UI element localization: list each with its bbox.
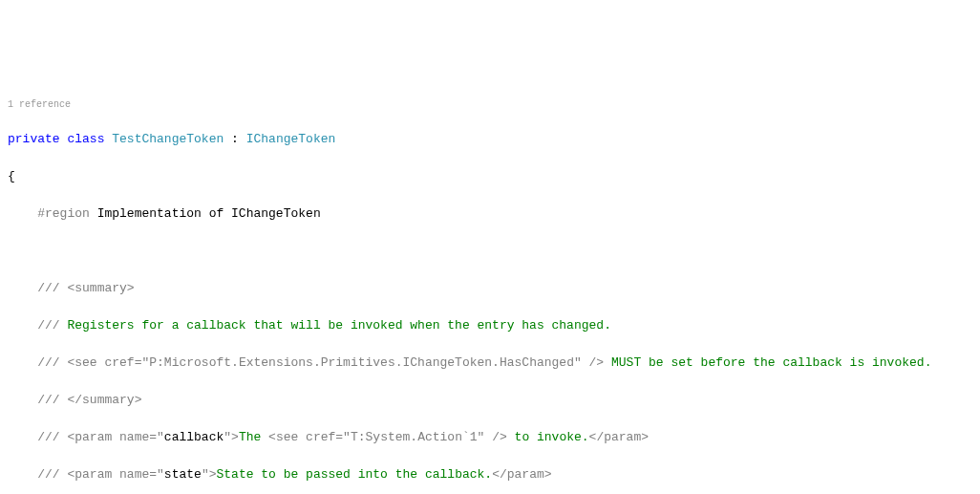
region-start: #region [37, 206, 90, 221]
xml-tag: </param> [492, 467, 551, 482]
colon: : [224, 132, 245, 146]
xml-tag: " /> [478, 430, 507, 444]
xml-doc: /// [37, 393, 59, 407]
code-line: /// </summary> [8, 391, 972, 410]
xml-tag: <param name=" [67, 467, 163, 482]
xml-param-name: callback [164, 430, 224, 444]
xml-tag: "> [202, 467, 217, 482]
xml-tag: <see cref=" [67, 355, 149, 370]
xml-doc: /// [37, 467, 59, 482]
code-line [8, 242, 972, 261]
xml-doc: /// [37, 281, 59, 295]
code-line: { [8, 167, 972, 186]
xml-tag: <param name=" [67, 430, 163, 444]
xml-doc: /// [37, 430, 59, 444]
xml-comment: Registers for a callback that will be in… [67, 318, 611, 333]
xml-comment: MUST be set before the callback is invok… [604, 355, 931, 370]
code-line: private class TestChangeToken : IChangeT… [8, 130, 972, 149]
xml-doc: /// [37, 355, 59, 370]
xml-tag: <summary> [67, 281, 134, 295]
region-name: Implementation of IChangeToken [97, 206, 321, 221]
code-line: /// <see cref="P:Microsoft.Extensions.Pr… [8, 354, 972, 373]
xml-tag: " /> [574, 355, 604, 370]
code-line: /// <param name="callback">The <see cref… [8, 428, 972, 447]
xml-cref: P:Microsoft.Extensions.Primitives.IChang… [149, 355, 574, 370]
keyword-class: class [67, 132, 104, 146]
xml-tag: "> [224, 430, 239, 444]
codelens-top: 1 reference [8, 97, 972, 112]
type-name: TestChangeToken [112, 132, 224, 146]
brace-open: { [8, 169, 15, 183]
xml-tag: </summary> [67, 393, 141, 407]
code-line: /// <param name="state">State to be pass… [8, 465, 972, 484]
xml-comment: to invoke. [507, 430, 589, 444]
xml-param-name: state [164, 467, 202, 482]
xml-comment: The [239, 430, 268, 444]
xml-comment: State to be passed into the callback. [216, 467, 492, 482]
code-line: /// Registers for a callback that will b… [8, 316, 972, 335]
xml-cref: T:System.Action`1 [351, 430, 478, 444]
type-name: IChangeToken [246, 132, 336, 146]
code-line: #region Implementation of IChangeToken [8, 204, 972, 224]
code-editor[interactable]: 1 reference private class TestChangeToke… [8, 78, 972, 494]
xml-doc: /// [37, 318, 59, 333]
xml-tag: <see cref=" [268, 430, 351, 444]
xml-tag: </param> [589, 430, 649, 444]
keyword-private: private [8, 132, 60, 146]
code-line: /// <summary> [8, 279, 972, 298]
